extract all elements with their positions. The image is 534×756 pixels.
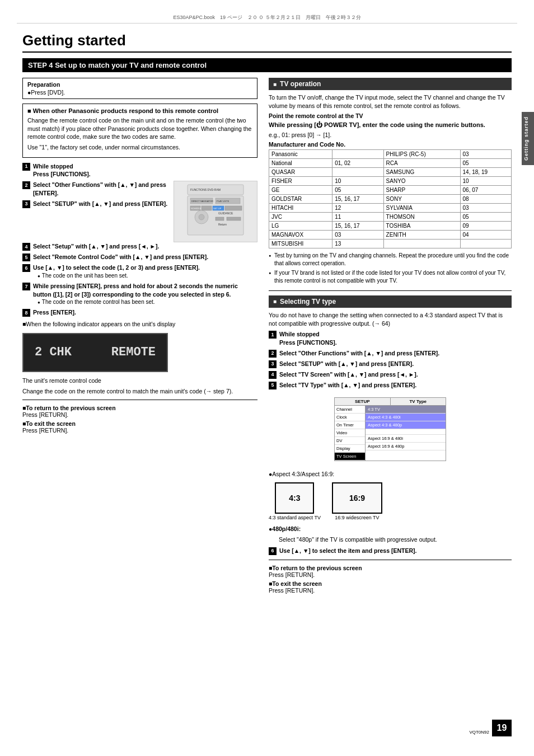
preparation-box: Preparation ●Press [DVD]. xyxy=(22,78,257,99)
table-cell: MITSUBISHI xyxy=(269,239,332,248)
tvtype-step-content-5: Select "TV Type" with [▲, ▼] and press [… xyxy=(279,381,512,389)
table-cell: 13 xyxy=(332,239,383,248)
divider-1 xyxy=(22,400,257,400)
step-num-3: 3 xyxy=(22,200,30,208)
tts-43-480p: Aspect 4:3 & 480p xyxy=(366,421,446,429)
table-cell: JVC xyxy=(269,212,332,221)
progressive-text: Select "480p" if the TV is compatible wi… xyxy=(279,536,512,544)
table-cell: 09 xyxy=(460,221,511,230)
vqt-label: VQT0N92 xyxy=(469,730,489,735)
tvtype-step-content-1: While stoppedPress [FUNCTIONS]. xyxy=(279,330,512,346)
table-cell xyxy=(332,167,383,176)
tv-op-note-1: Test by turning on the TV and changing c… xyxy=(269,252,512,267)
tvtype-step-num-1: 1 xyxy=(269,331,277,339)
table-row: JVC 11 THOMSON 05 xyxy=(269,212,512,221)
table-cell: 10 xyxy=(460,176,511,185)
tvtype-step-1: 1 While stoppedPress [FUNCTIONS]. xyxy=(269,330,512,346)
tts-169-480i: Aspect 16:9 & 480i xyxy=(366,435,446,443)
panasonic-body2: Use "1", the factory set code, under nor… xyxy=(27,143,252,152)
aspect-16-9-box: 16:9 xyxy=(332,482,382,514)
table-cell: SONY xyxy=(383,194,460,203)
step-num-2: 2 xyxy=(22,181,30,189)
table-cell: 05 xyxy=(460,212,511,221)
aspect-row: 4:3 4:3 standard aspect TV 16:9 16:9 wid… xyxy=(269,482,512,520)
table-row: MAGNAVOX 03 ZENITH 04 xyxy=(269,230,512,239)
tts-left-display: Display xyxy=(335,445,365,453)
tts-4tv: 4:3 TV xyxy=(366,406,446,414)
panasonic-section: ■ When other Panasonic products respond … xyxy=(22,104,257,158)
tvtype-to-return: ■To return to the previous screen Press … xyxy=(269,565,512,578)
table-cell xyxy=(460,239,511,248)
step-item-5: 5 Select "Remote Control Code" with [▲, … xyxy=(22,253,257,261)
svg-rect-17 xyxy=(216,217,224,220)
table-cell: TOSHIBA xyxy=(383,221,460,230)
display-right: REMOTE xyxy=(111,345,156,359)
table-cell: 05 xyxy=(460,158,511,167)
aspect-4-3-wrap: 4:3 4:3 standard aspect TV xyxy=(269,482,321,520)
table-cell: QUASAR xyxy=(269,167,332,176)
step-item-1: 1 While stopped Press [FUNCTIONS]. xyxy=(22,162,257,179)
table-row: HITACHI 12 SYLVANIA 03 xyxy=(269,203,512,212)
table-cell: LG xyxy=(269,221,332,230)
table-cell: SANYO xyxy=(383,176,460,185)
svg-text:DIRECT NAVIGATOR: DIRECT NAVIGATOR xyxy=(191,200,213,203)
two-column-layout: Preparation ●Press [DVD]. ■ When other P… xyxy=(22,78,512,595)
step-content-5: Select "Remote Control Code" with [▲, ▼]… xyxy=(33,253,257,261)
right-column: TV operation To turn the TV on/off, chan… xyxy=(269,78,512,595)
svg-text:PLAY LISTS: PLAY LISTS xyxy=(217,200,229,203)
tv-op-point: Point the remote control at the TV xyxy=(269,112,512,119)
tv-operation-header: TV operation xyxy=(269,78,512,90)
tv-type-intro: You do not have to change the setting wh… xyxy=(269,311,512,327)
step-num-1: 1 xyxy=(22,163,30,171)
table-cell: 15, 16, 17 xyxy=(332,221,383,230)
aspect-4-3-label: 4:3 standard aspect TV xyxy=(269,515,321,520)
page-title: Getting started xyxy=(22,32,512,53)
svg-text:FUNCTIONS  DVD-RAM: FUNCTIONS DVD-RAM xyxy=(190,188,221,191)
tvtype-step-content-3: Select "SETUP" with [▲, ▼] and press [EN… xyxy=(279,360,512,368)
table-cell: 03 xyxy=(460,149,511,158)
svg-text:Return: Return xyxy=(218,223,227,226)
left-column: Preparation ●Press [DVD]. ■ When other P… xyxy=(22,78,257,595)
main-content: Getting started STEP 4 Set up to match y… xyxy=(0,24,534,607)
tts-body: Channel Clock On Timer Video DV Display … xyxy=(335,406,446,461)
tv-type-screen-header: SETUP TV Type xyxy=(335,398,446,406)
svg-point-15 xyxy=(199,214,204,220)
table-cell: 08 xyxy=(460,194,511,203)
step-content-3: Select "SETUP" with [▲, ▼] and press [EN… xyxy=(33,200,168,208)
table-cell: SAMSUNG xyxy=(383,167,460,176)
tvtype-step-5: 5 Select "TV Type" with [▲, ▼] and press… xyxy=(269,381,512,389)
progressive-note: ●480p/480i: xyxy=(269,525,512,533)
table-row: Panasonic PHILIPS (RC-5) 03 xyxy=(269,149,512,158)
tts-left-tvscreen: TV Screen xyxy=(335,453,365,461)
svg-text:GUIDANCE: GUIDANCE xyxy=(218,212,233,215)
table-cell: 01, 02 xyxy=(332,158,383,167)
divider-2 xyxy=(269,290,512,291)
table-cell: GE xyxy=(269,185,332,194)
table-cell: 03 xyxy=(460,203,511,212)
tvtype-step-num-5: 5 xyxy=(269,382,277,389)
tv-type-screen: SETUP TV Type Channel Clock On Timer Vid… xyxy=(334,397,446,461)
tv-type-steps: 1 While stoppedPress [FUNCTIONS]. 2 Sele… xyxy=(269,330,512,389)
step-content-2: Select "Other Functions" with [▲, ▼] and… xyxy=(33,181,168,197)
step-content-6: Use [▲, ▼] to select the code (1, 2 or 3… xyxy=(33,264,257,280)
table-cell: GOLDSTAR xyxy=(269,194,332,203)
page-number: 19 xyxy=(492,720,512,736)
table-cell: 15, 16, 17 xyxy=(332,194,383,203)
table-cell: HITACHI xyxy=(269,203,332,212)
table-cell: Panasonic xyxy=(269,149,332,158)
tts-empty xyxy=(366,429,446,435)
step-item-3: 3 Select "SETUP" with [▲, ▼] and press [… xyxy=(22,200,168,208)
divider-3 xyxy=(269,560,512,560)
display-caption: The unit's remote control code xyxy=(22,377,257,385)
table-cell: 04 xyxy=(460,230,511,239)
panasonic-title: ■ When other Panasonic products respond … xyxy=(27,107,252,114)
tts-right-panel: 4:3 TV Aspect 4:3 & 480i Aspect 4:3 & 48… xyxy=(366,406,446,461)
step-content-7: While pressing [ENTER], press and hold f… xyxy=(33,282,257,306)
aspect-note: ●Aspect 4:3/Aspect 16:9: xyxy=(269,470,512,478)
table-cell xyxy=(383,239,460,248)
table-row: FISHER 10 SANYO 10 xyxy=(269,176,512,185)
table-cell: 10 xyxy=(332,176,383,185)
svg-rect-12 xyxy=(225,206,242,210)
table-row: GE 05 SHARP 06, 07 xyxy=(269,185,512,194)
tv-op-note-2: If your TV brand is not listed or if the… xyxy=(269,269,512,285)
